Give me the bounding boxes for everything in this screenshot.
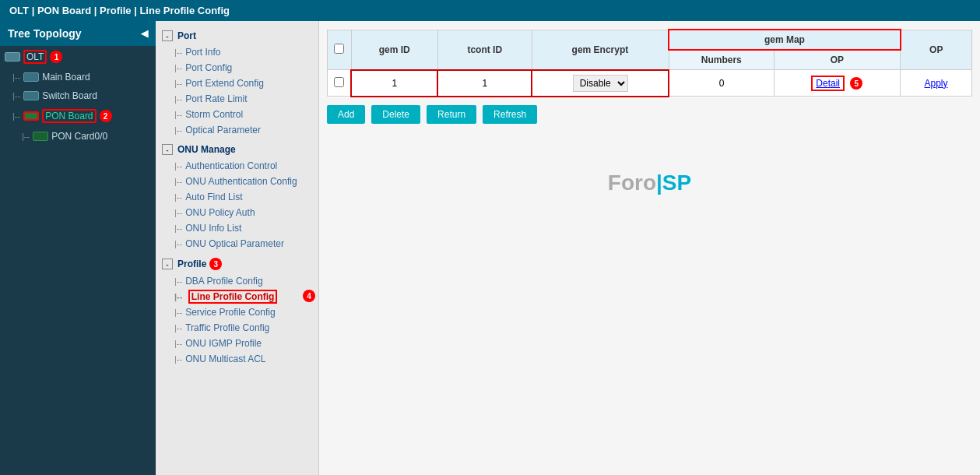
menu-item-service-profile-config[interactable]: Service Profile Config bbox=[156, 304, 318, 320]
delete-button[interactable]: Delete bbox=[371, 105, 420, 124]
row-gem-encrypt-cell: Disable Enable bbox=[532, 70, 669, 97]
menu-item-storm-control[interactable]: Storm Control bbox=[156, 107, 318, 122]
detail-badge: 5 bbox=[850, 77, 862, 90]
gem-encrypt-select[interactable]: Disable Enable bbox=[573, 75, 628, 92]
menu-item-port-config[interactable]: Port Config bbox=[156, 60, 318, 76]
menu-item-onu-igmp-profile[interactable]: ONU IGMP Profile bbox=[156, 336, 318, 351]
detail-link[interactable]: Detail bbox=[811, 76, 845, 91]
mainboard-icon bbox=[23, 72, 39, 82]
menu-section-port: - Port Port Info Port Config Port Extend… bbox=[156, 27, 318, 138]
refresh-button[interactable]: Refresh bbox=[483, 105, 537, 124]
line-profile-table: gem ID tcont ID gem Encrypt gem Map OP bbox=[327, 29, 972, 97]
tree-item-ponboard[interactable]: |-- PON Board 2 bbox=[0, 107, 156, 125]
sidebar-title: Tree Topology ◀ bbox=[0, 21, 156, 46]
row-checkbox-cell bbox=[328, 70, 352, 97]
watermark-right: SP bbox=[662, 171, 691, 195]
menu-item-port-extend-config[interactable]: Port Extend Config bbox=[156, 76, 318, 91]
row-checkbox[interactable] bbox=[334, 77, 344, 87]
add-button[interactable]: Add bbox=[327, 105, 365, 124]
profile-section-label: Profile bbox=[177, 259, 206, 269]
menu-item-onu-policy-auth[interactable]: ONU Policy Auth bbox=[156, 205, 318, 220]
onu-section-label: ONU Manage bbox=[177, 144, 236, 155]
menu-section-profile-header[interactable]: - Profile 3 bbox=[156, 255, 318, 273]
menu-section-onu-header[interactable]: - ONU Manage bbox=[156, 141, 318, 158]
watermark: Foro|SP bbox=[327, 124, 972, 242]
table-header-gem-map: gem Map bbox=[669, 30, 900, 50]
tree-item-switchboard[interactable]: |-- Switch Board bbox=[0, 88, 156, 104]
poncard-icon bbox=[33, 132, 48, 141]
tree-node-switchboard: |-- Switch Board bbox=[0, 86, 156, 105]
sidebar: Tree Topology ◀ OLT 1 |-- Main Board |-- bbox=[0, 21, 156, 475]
menu-item-onu-optical-parameter[interactable]: ONU Optical Parameter bbox=[156, 236, 318, 252]
right-panel: gem ID tcont ID gem Encrypt gem Map OP bbox=[319, 21, 980, 475]
tree-node-poncard: |-- PON Card0/0 bbox=[0, 127, 156, 146]
menu-item-auto-find-list[interactable]: Auto Find List bbox=[156, 189, 318, 205]
menu-item-dba-profile-config[interactable]: DBA Profile Config bbox=[156, 273, 318, 289]
mainboard-label: Main Board bbox=[42, 72, 90, 83]
menu-item-optical-parameter[interactable]: Optical Parameter bbox=[156, 122, 318, 138]
switchboard-label: Switch Board bbox=[42, 90, 97, 101]
ponboard-badge: 2 bbox=[100, 110, 112, 122]
olt-badge: 1 bbox=[50, 51, 62, 63]
menu-item-onu-auth-config[interactable]: ONU Authentication Config bbox=[156, 174, 318, 189]
tree-item-mainboard[interactable]: |-- Main Board bbox=[0, 69, 156, 85]
tree-node-ponboard: |-- PON Board 2 bbox=[0, 105, 156, 127]
tree-node-olt: OLT 1 bbox=[0, 46, 156, 68]
action-buttons: Add Delete Return Refresh bbox=[327, 105, 972, 124]
breadcrumb-header: OLT | PON Board | Profile | Line Profile… bbox=[0, 0, 980, 21]
table-subheader-numbers: Numbers bbox=[669, 50, 774, 70]
menu-item-onu-info-list[interactable]: ONU Info List bbox=[156, 220, 318, 236]
menu-item-onu-multicast-acl[interactable]: ONU Multicast ACL bbox=[156, 351, 318, 367]
table-header-tcont-id: tcont ID bbox=[437, 30, 532, 70]
profile-section-collapse-icon: - bbox=[162, 259, 173, 269]
menu-item-port-rate-limit[interactable]: Port Rate Limit bbox=[156, 91, 318, 107]
return-button[interactable]: Return bbox=[427, 105, 476, 124]
row-gem-id: 1 bbox=[351, 70, 437, 97]
sidebar-title-text: Tree Topology bbox=[8, 27, 82, 40]
breadcrumb-text: OLT | PON Board | Profile | Line Profile… bbox=[9, 5, 230, 16]
menu-section-profile: - Profile 3 DBA Profile Config Line Prof… bbox=[156, 255, 318, 367]
port-section-label: Port bbox=[177, 30, 196, 41]
switchboard-icon bbox=[23, 91, 39, 100]
row-detail-cell: Detail 5 bbox=[774, 70, 900, 97]
watermark-cursor: | bbox=[656, 171, 662, 195]
tree-item-poncard[interactable]: |-- PON Card0/0 bbox=[0, 128, 156, 144]
apply-button[interactable]: Apply bbox=[924, 78, 947, 89]
table-subheader-gem-map-op: OP bbox=[774, 50, 900, 70]
table-header-gem-id: gem ID bbox=[351, 30, 437, 70]
row-numbers: 0 bbox=[669, 70, 774, 97]
table-row: 1 1 Disable Enable 0 bbox=[328, 70, 972, 97]
menu-section-onu-manage: - ONU Manage Authentication Control ONU … bbox=[156, 141, 318, 252]
watermark-left: Foro bbox=[608, 171, 656, 195]
menu-item-auth-control[interactable]: Authentication Control bbox=[156, 158, 318, 174]
poncard-label: PON Card0/0 bbox=[51, 131, 107, 142]
port-section-collapse-icon: - bbox=[162, 30, 173, 41]
menu-item-line-profile-config[interactable]: Line Profile Config 4 bbox=[156, 289, 318, 304]
line-profile-badge: 4 bbox=[303, 290, 315, 302]
line-profile-config-box: Line Profile Config bbox=[188, 290, 278, 304]
ponboard-icon bbox=[23, 111, 39, 121]
table-header-op: OP bbox=[901, 30, 972, 70]
olt-icon bbox=[5, 52, 20, 62]
onu-section-collapse-icon: - bbox=[162, 144, 173, 155]
row-tcont-id: 1 bbox=[437, 70, 532, 97]
tree-item-olt[interactable]: OLT 1 bbox=[0, 48, 156, 66]
sidebar-collapse-icon[interactable]: ◀ bbox=[141, 28, 148, 39]
menu-item-port-info[interactable]: Port Info bbox=[156, 44, 318, 60]
tree-node-mainboard: |-- Main Board bbox=[0, 68, 156, 86]
ponboard-label: PON Board bbox=[42, 109, 96, 123]
olt-label: OLT bbox=[23, 50, 47, 64]
row-apply-cell: Apply bbox=[901, 70, 972, 97]
profile-badge: 3 bbox=[209, 258, 222, 270]
select-all-checkbox[interactable] bbox=[334, 44, 344, 54]
table-header-gem-encrypt: gem Encrypt bbox=[532, 30, 669, 70]
menu-item-traffic-profile-config[interactable]: Traffic Profile Config bbox=[156, 320, 318, 336]
left-menu-panel: - Port Port Info Port Config Port Extend… bbox=[156, 21, 319, 475]
table-header-checkbox bbox=[328, 30, 352, 70]
menu-section-port-header[interactable]: - Port bbox=[156, 27, 318, 44]
